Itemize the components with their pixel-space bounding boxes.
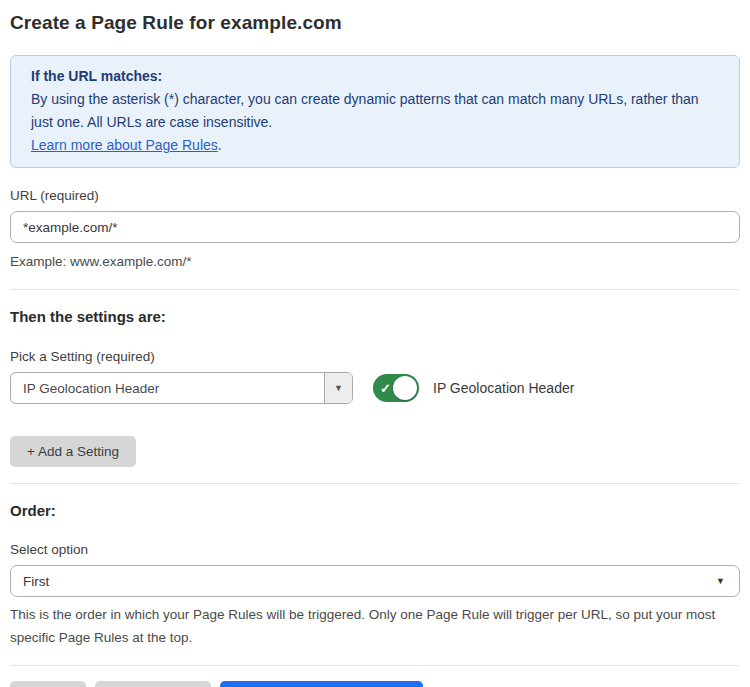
- url-example-helper: Example: www.example.com/*: [10, 250, 740, 273]
- pick-setting-label: Pick a Setting (required): [10, 349, 740, 364]
- chevron-down-icon: ▼: [716, 576, 725, 586]
- url-match-info-box: If the URL matches: By using the asteris…: [10, 55, 740, 168]
- setting-row: IP Geolocation Header ▼ ✓ IP Geolocation…: [10, 372, 740, 404]
- divider: [10, 289, 740, 290]
- cancel-button[interactable]: Cancel: [10, 681, 86, 687]
- ip-geolocation-toggle[interactable]: ✓: [373, 374, 419, 402]
- divider: [10, 483, 740, 484]
- url-field-label: URL (required): [10, 188, 740, 203]
- url-input[interactable]: [10, 211, 740, 243]
- link-suffix: .: [218, 137, 222, 153]
- check-icon: ✓: [380, 382, 391, 395]
- order-section-heading: Order:: [10, 502, 740, 519]
- setting-dropdown-arrow-button[interactable]: ▼: [324, 373, 352, 403]
- save-as-draft-button[interactable]: Save as Draft: [95, 681, 211, 687]
- create-page-rule-form: Create a Page Rule for example.com If th…: [0, 0, 750, 687]
- save-and-deploy-button[interactable]: Save and Deploy Page Rule: [220, 681, 424, 687]
- toggle-knob: [393, 376, 417, 400]
- order-select-value: First: [23, 574, 49, 589]
- learn-more-link[interactable]: Learn more about Page Rules: [31, 137, 218, 153]
- settings-section-heading: Then the settings are:: [10, 308, 740, 325]
- chevron-down-icon: ▼: [334, 383, 343, 393]
- order-helper-text: This is the order in which your Page Rul…: [10, 603, 740, 649]
- info-box-body: By using the asterisk (*) character, you…: [31, 88, 719, 134]
- footer-actions: Cancel Save as Draft Save and Deploy Pag…: [10, 681, 740, 687]
- setting-dropdown-value: IP Geolocation Header: [11, 373, 324, 403]
- info-box-link-line: Learn more about Page Rules.: [31, 134, 719, 157]
- page-title: Create a Page Rule for example.com: [10, 12, 740, 34]
- order-select-label: Select option: [10, 542, 740, 557]
- info-box-heading: If the URL matches:: [31, 65, 719, 88]
- setting-dropdown[interactable]: IP Geolocation Header ▼: [10, 372, 353, 404]
- divider: [10, 665, 740, 666]
- add-setting-button[interactable]: + Add a Setting: [10, 436, 136, 467]
- order-select[interactable]: First ▼: [10, 565, 740, 597]
- toggle-label: IP Geolocation Header: [433, 380, 574, 396]
